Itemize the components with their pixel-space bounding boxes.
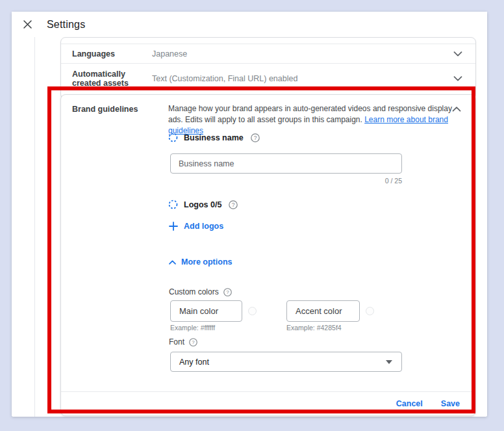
settings-dialog: Settings Languages Japanese Automaticall…: [12, 12, 487, 417]
custom-colors-help-button[interactable]: ?: [223, 288, 232, 296]
font-select[interactable]: Any font: [170, 352, 402, 372]
font-help-button[interactable]: ?: [189, 338, 197, 346]
dialog-header: Settings: [12, 12, 487, 37]
collapse-panel-button[interactable]: [452, 107, 461, 112]
brand-guidelines-label: Brand guidelines: [72, 105, 138, 114]
panel-footer: Cancel Save: [61, 391, 475, 415]
logos-help-button[interactable]: ?: [229, 200, 238, 209]
accent-color-field-label: Accent color: [296, 306, 342, 316]
chevron-up-icon: [452, 107, 461, 112]
chevron-down-icon: [453, 76, 462, 81]
logos-label: Logos 0/5: [184, 200, 221, 209]
logos-section-header: Logos 0/5 ?: [168, 200, 238, 209]
accent-color-swatch: [366, 307, 374, 315]
page-title: Settings: [47, 19, 85, 31]
help-icon: ?: [223, 288, 232, 296]
main-color-field-label: Main color: [179, 306, 218, 316]
settings-list-card: Languages Japanese Automatically created…: [60, 37, 476, 99]
brand-guidelines-description: Manage how your brand appears in auto-ge…: [168, 103, 462, 137]
dropdown-arrow-icon: [386, 360, 392, 364]
dashed-circle-status-icon: [168, 200, 178, 209]
help-icon: ?: [189, 338, 197, 346]
expand-row-button[interactable]: [453, 51, 462, 57]
row-value: Text (Customization, Final URL) enabled: [152, 74, 453, 83]
settings-row-languages[interactable]: Languages Japanese: [61, 44, 475, 64]
description-line2: Edits will apply to all asset groups in …: [185, 115, 364, 124]
cropped-row: [61, 38, 475, 44]
help-icon: ?: [229, 200, 238, 209]
main-color-swatch: [248, 307, 257, 315]
settings-row-auto-assets[interactable]: Automatically created assets Text (Custo…: [61, 64, 475, 94]
main-color-input[interactable]: Main color: [170, 300, 242, 322]
svg-text:?: ?: [192, 339, 195, 345]
help-icon: ?: [251, 133, 260, 142]
expand-row-button[interactable]: [453, 76, 462, 81]
accent-color-example: Example: #4285f4: [286, 324, 342, 332]
row-label: Automatically created assets: [72, 70, 152, 88]
font-header: Font ?: [169, 337, 197, 346]
dashed-circle-status-icon: [168, 133, 178, 142]
business-name-help-button[interactable]: ?: [251, 133, 260, 142]
close-icon: [23, 20, 32, 29]
business-name-input[interactable]: [170, 153, 402, 174]
svg-text:?: ?: [253, 135, 257, 141]
close-button[interactable]: [22, 20, 32, 30]
add-logos-label: Add logos: [184, 222, 223, 231]
font-selected-value: Any font: [179, 358, 386, 367]
custom-colors-label: Custom colors: [169, 287, 219, 296]
svg-text:?: ?: [226, 289, 229, 295]
row-value: Japanese: [152, 49, 453, 59]
settings-content: Languages Japanese Automatically created…: [12, 37, 487, 417]
more-options-toggle[interactable]: More options: [169, 257, 232, 267]
plus-icon: [169, 222, 178, 231]
chevron-down-icon: [453, 51, 462, 57]
main-color-example: Example: #ffffff: [170, 324, 215, 332]
character-counter: 0 / 25: [170, 177, 402, 185]
custom-colors-header: Custom colors ?: [169, 287, 232, 296]
more-options-label: More options: [181, 257, 232, 267]
svg-text:?: ?: [232, 202, 235, 208]
business-name-section-header: Business name ?: [168, 133, 260, 142]
save-button[interactable]: Save: [441, 399, 460, 408]
cancel-button[interactable]: Cancel: [396, 399, 423, 408]
row-label: Languages: [72, 49, 152, 59]
content-left-divider: [34, 37, 35, 417]
brand-guidelines-panel: Brand guidelines Manage how your brand a…: [60, 94, 476, 416]
font-label: Font: [169, 337, 184, 346]
chevron-up-icon: [169, 260, 176, 265]
business-name-label: Business name: [184, 133, 244, 142]
add-logos-button[interactable]: Add logos: [169, 222, 223, 231]
accent-color-input[interactable]: Accent color: [286, 300, 360, 322]
